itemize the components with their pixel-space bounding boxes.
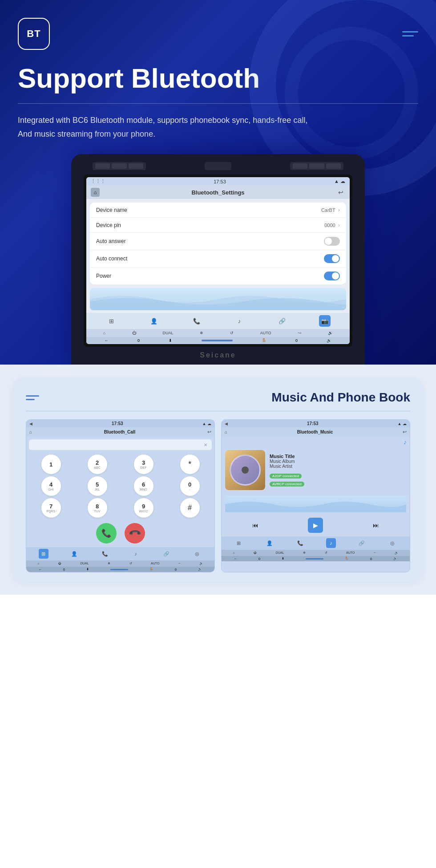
call-hangup-button[interactable]: 📞 — [120, 519, 149, 548]
music-icon-music[interactable]: ♪ — [326, 538, 336, 548]
screen-nav-bar: ⌂ Bluetooth_Settings ↩ — [86, 186, 350, 199]
screen-volume-bar: ← 0 ⬇ 🪑 0 🔊 — [86, 337, 350, 344]
setting-auto-connect[interactable]: Auto connect — [90, 250, 346, 268]
vol-back: ← — [105, 338, 109, 343]
key-2[interactable]: 2ABC — [88, 454, 107, 474]
screen-icon-link[interactable]: 🔗 — [276, 315, 288, 327]
music-ctrl-snow: ❄ — [303, 551, 306, 555]
call-search-clear[interactable]: ✕ — [204, 442, 207, 447]
call-status-back: ◀ — [29, 422, 32, 426]
call-vol-dn: ⬇ — [86, 568, 89, 571]
key-0[interactable]: 0- — [180, 476, 200, 496]
call-icon-music[interactable]: ♪ — [131, 549, 141, 559]
music-vol-seat: 🪑 — [345, 557, 349, 560]
music-ctrl-power: ⏻ — [254, 551, 257, 555]
menu-button[interactable] — [402, 31, 418, 37]
call-icon-grid[interactable]: ⊞ — [39, 549, 48, 559]
music-nav-back[interactable]: ↩ — [403, 429, 407, 435]
music-icon-link[interactable]: 🔗 — [357, 538, 367, 548]
chevron-icon-2: › — [338, 222, 340, 228]
call-nav-title: Bluetooth_Call — [34, 430, 205, 434]
vent-left — [93, 162, 146, 170]
screen-icon-grid[interactable]: ⊞ — [105, 315, 117, 327]
call-ctrl-home: ⌂ — [37, 562, 39, 565]
vol-zero-l: 0 — [137, 338, 140, 343]
auto-connect-toggle[interactable] — [324, 254, 340, 263]
vent-right — [290, 162, 343, 170]
screen-back-button[interactable]: ↩ — [336, 188, 345, 197]
call-vol-0l: 0 — [63, 568, 65, 571]
vol-zero-r: 0 — [295, 338, 298, 343]
setting-label-device-name: Device name — [96, 207, 321, 213]
key-star[interactable]: * — [180, 454, 200, 474]
bottom-divider — [26, 411, 410, 411]
music-icon-grid[interactable]: ⊞ — [234, 538, 244, 548]
call-screen: ◀ 17:53 ▲ ☁ ⌂ Bluetooth_Call ↩ ✕ 1 2ABC — [26, 419, 215, 572]
call-icon-target[interactable]: ◎ — [192, 549, 202, 559]
key-8[interactable]: 8TUV — [88, 498, 107, 518]
call-ctrl-dual: DUAL — [81, 562, 89, 565]
music-next-button[interactable]: ⏭ — [368, 518, 384, 533]
call-ctrl-fan: ~ — [178, 562, 180, 565]
music-icon-phone[interactable]: 📞 — [295, 538, 305, 548]
screen-icon-person[interactable]: 👤 — [148, 315, 160, 327]
screen-icon-camera[interactable]: 📷 — [319, 315, 331, 327]
music-status-bar: ◀ 17:53 ▲ ☁ — [222, 420, 410, 427]
call-ctrl-power: ⏻ — [58, 562, 61, 565]
call-icon-phone[interactable]: 📞 — [100, 549, 110, 559]
screen-icon-music[interactable]: ♪ — [234, 315, 245, 327]
call-ctrl-vol: 🔊 — [199, 562, 203, 565]
ctrl-vol: 🔊 — [328, 331, 333, 335]
music-icon-target[interactable]: ◎ — [388, 538, 397, 548]
screen-home-button[interactable]: ⌂ — [91, 188, 100, 197]
music-nav-home[interactable]: ⌂ — [225, 430, 227, 434]
call-icon-person[interactable]: 👤 — [69, 549, 79, 559]
music-title: Music Title — [270, 454, 406, 459]
screen-icon-phone[interactable]: 📞 — [191, 315, 202, 327]
badge-avrcp: AVRCP connected — [270, 482, 304, 487]
music-wave — [225, 495, 406, 512]
power-toggle[interactable] — [324, 272, 340, 280]
bottom-menu-icon[interactable] — [26, 395, 39, 400]
call-search-box[interactable]: ✕ — [29, 439, 212, 450]
call-answer-button[interactable]: 📞 — [96, 523, 117, 544]
key-5[interactable]: 5JKL — [88, 476, 107, 496]
screen-time: 17:53 — [214, 179, 226, 184]
music-icon: ♪ — [404, 438, 407, 446]
key-6[interactable]: 6MNO — [134, 476, 153, 496]
setting-power[interactable]: Power — [90, 268, 346, 284]
setting-device-name[interactable]: Device name CarBT › — [90, 203, 346, 218]
music-play-button[interactable]: ▶ — [308, 518, 323, 533]
music-ctrl-fan: ~ — [374, 551, 375, 555]
call-vol-0r: 0 — [175, 568, 177, 571]
call-vol-slider — [110, 569, 128, 570]
call-vol-back: ← — [39, 568, 42, 571]
screen-wave — [90, 288, 346, 310]
music-bottom-icons: ⊞ 👤 📞 ♪ 🔗 ◎ — [222, 536, 410, 550]
setting-label-auto-answer: Auto answer — [96, 238, 324, 244]
hero-title: Support Bluetooth — [18, 63, 418, 93]
auto-answer-toggle[interactable] — [324, 237, 340, 246]
setting-device-pin[interactable]: Device pin 0000 › — [90, 218, 346, 233]
music-controls: ⏮ ▶ ⏭ — [222, 515, 410, 536]
call-car-controls: ⌂ ⏻ DUAL ❄ ↺ AUTO ~ 🔊 — [26, 560, 214, 567]
call-icon-link[interactable]: 🔗 — [161, 549, 171, 559]
music-prev-button[interactable]: ⏮ — [248, 518, 263, 533]
music-vol-0l: 0 — [258, 557, 260, 560]
music-status-icons: ▲ ☁ — [398, 422, 407, 426]
key-7[interactable]: 7PQRS — [41, 498, 61, 518]
music-icon-person[interactable]: 👤 — [265, 538, 275, 548]
music-status-time: 17:53 — [230, 421, 396, 426]
key-9[interactable]: 9WXYZ — [134, 498, 153, 518]
call-nav-home[interactable]: ⌂ — [29, 430, 32, 434]
key-hash[interactable]: # — [180, 498, 200, 518]
ctrl-power: ⏻ — [132, 331, 136, 335]
setting-auto-answer[interactable]: Auto answer — [90, 233, 346, 250]
key-4[interactable]: 4GHI — [41, 476, 61, 496]
call-nav-back[interactable]: ↩ — [207, 429, 211, 435]
bottom-card-title: Music And Phone Book — [271, 390, 410, 405]
music-info: Music Title Music Album Music Artist A2D… — [270, 454, 406, 487]
screen-status-left: ⋮⋮⋮ — [91, 178, 105, 184]
key-3[interactable]: 3DEF — [134, 454, 153, 474]
key-1[interactable]: 1 — [41, 454, 61, 474]
